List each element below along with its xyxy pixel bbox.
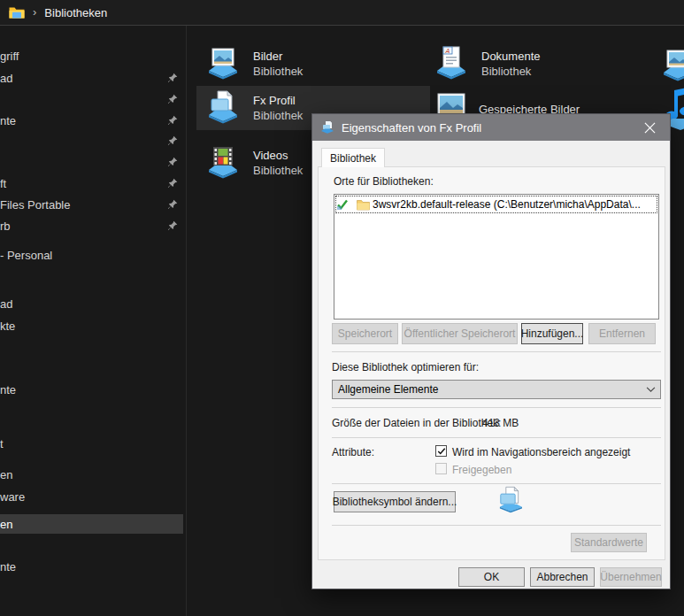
library-locations-listbox[interactable]: 3wsvr2kb.default-release (C:\Benutzer\mi… [334, 194, 659, 320]
sidebar-item[interactable]: ware [0, 487, 183, 506]
apply-button[interactable]: Übernehmen [600, 567, 662, 587]
sidebar-item[interactable]: ft [0, 173, 183, 193]
sidebar-item-label: rb [0, 219, 167, 233]
library-title: Dokumente [481, 49, 540, 64]
separator [332, 351, 661, 352]
chevron-down-icon [641, 387, 660, 393]
optimize-label: Diese Bibliothek optimieren für: [332, 361, 479, 373]
sidebar-item[interactable] [0, 152, 183, 172]
sidebar-item[interactable]: nte [0, 380, 183, 399]
documents-library-icon: A [432, 42, 471, 85]
oeffentlicher-speicherort-button[interactable]: Öffentlicher Speicherort [402, 323, 518, 344]
sidebar-item-label: ad [0, 297, 183, 311]
library-title: Videos [253, 148, 303, 163]
library-window-icon [320, 120, 334, 135]
sidebar-item-label: nte [0, 114, 167, 127]
dialog-title-bar[interactable]: Eigenschaften von Fx Profil [312, 114, 670, 141]
library-title: Bilder [253, 49, 303, 64]
tab-page: Orte für Bibliotheken: 3wsvr2kb.default-… [318, 166, 665, 560]
breadcrumb-bar: › Bibliotheken [0, 0, 684, 26]
pin-icon [167, 73, 178, 83]
sidebar-item-label: - Personal [0, 249, 183, 262]
pin-icon [167, 199, 178, 210]
sidebar-item[interactable]: nte [0, 557, 183, 576]
sidebar-item[interactable]: nte [0, 111, 183, 130]
library-subtitle: Bibliothek [253, 108, 303, 123]
sidebar-item-label: ft [0, 177, 167, 190]
pin-icon [167, 115, 178, 126]
pin-icon [167, 157, 178, 167]
pictures-library-icon-clipped [658, 44, 684, 85]
size-value: 413 MB [482, 417, 519, 429]
library-title: Fx Profil [253, 93, 303, 108]
sidebar-item[interactable]: ad [0, 294, 183, 313]
pin-icon [167, 94, 178, 104]
sidebar-item-label: nte [0, 383, 183, 397]
sidebar-item-bibliotheken[interactable]: en [0, 514, 183, 534]
library-subtitle: Bibliothek [253, 64, 303, 79]
library-subtitle: Bibliothek [481, 64, 540, 79]
optimize-selected-value: Allgemeine Elemente [333, 383, 641, 396]
sidebar-item[interactable]: griff [0, 46, 183, 65]
generic-library-icon [204, 87, 242, 129]
dialog-body: Bibliothek Orte für Bibliotheken: 3wsvr2… [312, 141, 670, 589]
navigation-pane-checkbox[interactable] [435, 445, 447, 457]
sidebar-item[interactable]: t [0, 434, 183, 453]
change-library-icon-button[interactable]: Bibliotheksymbol ändern... [334, 491, 456, 512]
library-item-dokumente[interactable]: A Dokumente Bibliothek [432, 42, 540, 85]
sidebar-item[interactable]: - Personal [0, 245, 183, 265]
breadcrumb-chevron-icon: › [33, 5, 36, 19]
dialog-title: Eigenschaften von Fx Profil [342, 121, 630, 135]
sidebar-item[interactable]: rb [0, 216, 183, 235]
pin-icon [167, 135, 178, 146]
location-path: 3wsvr2kb.default-release (C:\Benutzer\mi… [373, 198, 641, 211]
sidebar-item-label: nte [0, 560, 183, 574]
separator [332, 437, 661, 438]
navigation-pane-checkbox-label: Wird im Navigationsbereich angezeigt [452, 446, 630, 458]
shared-checkbox-label: Freigegeben [452, 464, 511, 476]
separator [332, 525, 661, 526]
tab-bibliothek[interactable]: Bibliothek [321, 148, 385, 167]
svg-text:A: A [445, 48, 450, 55]
folder-icon [357, 199, 370, 211]
default-save-location-check-icon [336, 198, 349, 211]
library-icon-preview [494, 483, 527, 520]
cancel-button[interactable]: Abbrechen [530, 567, 595, 587]
properties-dialog: Eigenschaften von Fx Profil Bibliothek O… [311, 113, 671, 589]
size-label: Größe der Dateien in der Bibliothek: [332, 417, 501, 429]
sidebar-item-label: en [0, 468, 183, 481]
sidebar-item[interactable]: ad [0, 68, 183, 88]
pin-icon [167, 178, 178, 189]
sidebar-item-label: ware [0, 490, 183, 504]
library-item-bilder[interactable]: Bilder Bibliothek [204, 42, 303, 85]
sidebar-item-label: en [0, 518, 183, 531]
ok-button[interactable]: OK [458, 567, 525, 587]
speicherort-button[interactable]: Speicherort [332, 323, 398, 344]
attributes-label: Attribute: [332, 446, 374, 458]
close-icon[interactable] [630, 114, 670, 141]
sidebar-item-label: griff [0, 50, 183, 63]
hinzufuegen-button[interactable]: Hinzufügen... [521, 323, 583, 344]
entfernen-button[interactable]: Entfernen [588, 323, 656, 344]
videos-library-icon [204, 142, 242, 184]
sidebar-item-label: Files Portable [0, 198, 167, 212]
sidebar-item[interactable] [0, 131, 183, 150]
standardwerte-button[interactable]: Standardwerte [571, 533, 647, 552]
sidebar-item[interactable] [0, 89, 183, 109]
sidebar-item-label: kte [0, 320, 183, 333]
locations-label: Orte für Bibliotheken: [334, 175, 434, 188]
library-subtitle: Bibliothek [253, 163, 303, 178]
breadcrumb[interactable]: Bibliotheken [44, 6, 107, 19]
sidebar-item[interactable]: kte [0, 316, 183, 335]
shared-checkbox[interactable] [435, 463, 447, 474]
pictures-library-icon [204, 42, 242, 85]
sidebar-item[interactable]: en [0, 465, 183, 484]
sidebar-item-label: ad [0, 72, 167, 85]
library-item-videos[interactable]: Videos Bibliothek [204, 142, 303, 184]
folder-icon [9, 6, 25, 19]
optimize-dropdown[interactable]: Allgemeine Elemente [332, 380, 661, 399]
pin-icon [167, 220, 178, 231]
location-list-item[interactable]: 3wsvr2kb.default-release (C:\Benutzer\mi… [336, 196, 657, 212]
separator [332, 407, 661, 408]
sidebar-item[interactable]: Files Portable [0, 195, 183, 214]
